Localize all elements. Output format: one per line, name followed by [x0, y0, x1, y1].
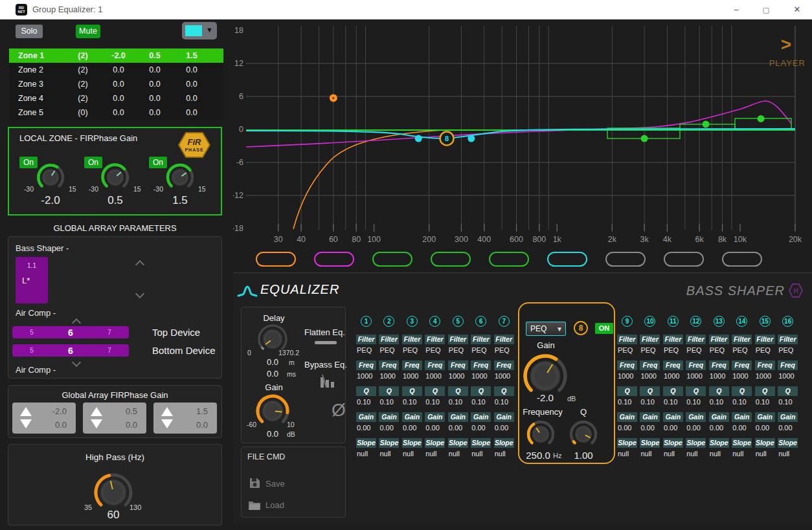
player-label[interactable]: PLAYER — [769, 58, 806, 68]
bass-shaper-preset-box[interactable]: 1.1 L* — [16, 257, 48, 304]
solo-button[interactable]: Solo — [16, 25, 43, 38]
band-number-badge[interactable]: 5 — [453, 316, 464, 327]
band-freq-value[interactable]: 1000 — [471, 372, 492, 380]
band-number-badge[interactable]: 3 — [407, 316, 418, 327]
band-number-badge[interactable]: 15 — [760, 316, 771, 327]
band-slope-value[interactable]: null — [732, 450, 753, 458]
band-number-badge[interactable]: 9 — [622, 316, 633, 327]
band-freq-value[interactable]: 1000 — [617, 372, 638, 380]
band-freq-value[interactable]: 1000 — [686, 372, 707, 380]
firphase-stepper[interactable]: 0.5 0.0 — [83, 403, 146, 434]
band-q-value[interactable]: 0.10 — [617, 398, 638, 406]
band-slope-value[interactable]: null — [640, 450, 661, 458]
band-slope-value[interactable]: null — [709, 450, 730, 458]
phase-invert-icon[interactable]: Ø — [332, 400, 346, 421]
filter-tab-active[interactable] — [547, 252, 587, 267]
band-gain-value[interactable]: 0.00 — [686, 424, 707, 432]
load-folder-icon[interactable] — [248, 500, 261, 511]
flatten-eq-button[interactable]: Flatten Eq. — [304, 327, 345, 337]
band-frequency-knob[interactable] — [526, 419, 556, 452]
band-q-value[interactable]: 0.10 — [471, 398, 492, 406]
band-number-badge[interactable]: 13 — [714, 316, 725, 327]
maximize-icon[interactable]: ▢ — [751, 0, 781, 19]
band-q-value[interactable]: 0.10 — [425, 398, 446, 406]
step-down-icon[interactable] — [91, 419, 102, 428]
filter-type-select[interactable]: PEQ ▼ — [526, 322, 566, 336]
air-comp-slider-bottom[interactable]: 5 6 7 — [12, 344, 129, 357]
band-freq-value[interactable]: 1000 — [709, 372, 730, 380]
step-down-icon[interactable] — [20, 419, 32, 428]
save-button[interactable]: Save — [265, 479, 285, 489]
band-slope-value[interactable]: null — [471, 450, 492, 458]
band-q-value[interactable]: 0.10 — [778, 398, 799, 406]
band-gain-value[interactable]: 0.00 — [640, 424, 661, 432]
band-q-value[interactable]: 0.10 — [663, 398, 684, 406]
chevron-down-icon[interactable] — [135, 289, 144, 298]
gain-knob[interactable] — [34, 160, 67, 197]
filter-tab[interactable] — [605, 252, 646, 267]
band-freq-value[interactable]: 1000 — [755, 372, 776, 380]
close-icon[interactable]: ✕ — [782, 0, 812, 19]
band-number-badge[interactable]: 7 — [499, 316, 510, 327]
band-freq-value[interactable]: 1000 — [778, 372, 799, 380]
filter-tab[interactable] — [722, 252, 762, 267]
band-q-value[interactable]: 0.10 — [448, 398, 469, 406]
chevron-up-icon[interactable] — [135, 260, 144, 269]
band-filter-value[interactable]: PEQ — [356, 346, 378, 354]
band-filter-value[interactable]: PEQ — [640, 346, 661, 354]
band-slope-value[interactable]: null — [617, 450, 638, 458]
band-filter-value[interactable]: PEQ — [425, 346, 446, 354]
filter-tab[interactable] — [431, 252, 471, 267]
band-gain-value[interactable]: 0.00 — [778, 424, 799, 432]
band-gain-value[interactable]: 0.00 — [448, 424, 469, 432]
flatten-eq-icon[interactable] — [315, 341, 337, 344]
load-button[interactable]: Load — [265, 500, 284, 510]
band-filter-value[interactable]: PEQ — [379, 346, 400, 354]
band-slope-value[interactable]: null — [356, 450, 378, 458]
band-slope-value[interactable]: null — [494, 450, 515, 458]
band-filter-value[interactable]: PEQ — [448, 346, 469, 354]
band-gain-value[interactable]: 0.00 — [663, 424, 684, 432]
band-filter-value[interactable]: PEQ — [778, 346, 799, 354]
band-freq-value[interactable]: 1000 — [663, 372, 684, 380]
save-icon[interactable] — [249, 478, 260, 489]
band-q-value[interactable]: 0.10 — [402, 398, 423, 406]
filter-tab[interactable] — [489, 252, 529, 267]
firphase-stepper[interactable]: 1.5 0.0 — [153, 403, 217, 434]
band-slope-value[interactable]: null — [425, 450, 446, 458]
table-row[interactable]: Zone 4 (2) 0.0 0.0 0.0 — [9, 91, 223, 105]
filter-tab[interactable] — [372, 252, 412, 267]
eq-band-dot[interactable] — [468, 135, 475, 142]
band-filter-value[interactable]: PEQ — [732, 346, 753, 354]
band-filter-value[interactable]: PEQ — [494, 346, 515, 354]
band-filter-value[interactable]: PEQ — [617, 346, 638, 354]
filter-tab[interactable] — [314, 252, 354, 267]
table-row[interactable]: Zone 5 (0) 0.0 0.0 0.0 — [9, 105, 223, 120]
band-slope-value[interactable]: null — [663, 450, 684, 458]
step-up-icon[interactable] — [91, 407, 102, 416]
band-freq-value[interactable]: 1000 — [732, 372, 753, 380]
band-q-value[interactable]: 0.10 — [356, 398, 378, 406]
gain-knob[interactable] — [98, 160, 132, 197]
filter-tab[interactable] — [664, 252, 704, 267]
fir-band-dot[interactable] — [758, 115, 765, 122]
fir-band-dot[interactable] — [641, 135, 648, 142]
step-up-icon[interactable] — [161, 407, 173, 416]
fir-band-dot[interactable] — [703, 120, 710, 127]
table-row[interactable]: Zone 2 (2) 0.0 0.0 0.0 — [9, 63, 223, 77]
band-slope-value[interactable]: null — [402, 450, 423, 458]
band-gain-value[interactable]: 0.00 — [471, 424, 492, 432]
table-row[interactable]: Zone 3 (2) 0.0 0.0 0.0 — [9, 77, 223, 91]
band-q-value[interactable]: 0.10 — [686, 398, 707, 406]
band-filter-value[interactable]: PEQ — [709, 346, 730, 354]
filter-tab[interactable] — [256, 252, 296, 267]
band-filter-value[interactable]: PEQ — [686, 346, 707, 354]
band-freq-value[interactable]: 1000 — [448, 372, 469, 380]
band-gain-value[interactable]: 0.00 — [732, 424, 753, 432]
band-gain-value[interactable]: 0.00 — [379, 424, 400, 432]
band-slope-value[interactable]: null — [379, 450, 400, 458]
band-gain-value[interactable]: 0.00 — [425, 424, 446, 432]
band-filter-value[interactable]: PEQ — [755, 346, 776, 354]
air-comp-slider-top[interactable]: 5 6 7 — [12, 326, 129, 338]
band-filter-value[interactable]: PEQ — [471, 346, 492, 354]
